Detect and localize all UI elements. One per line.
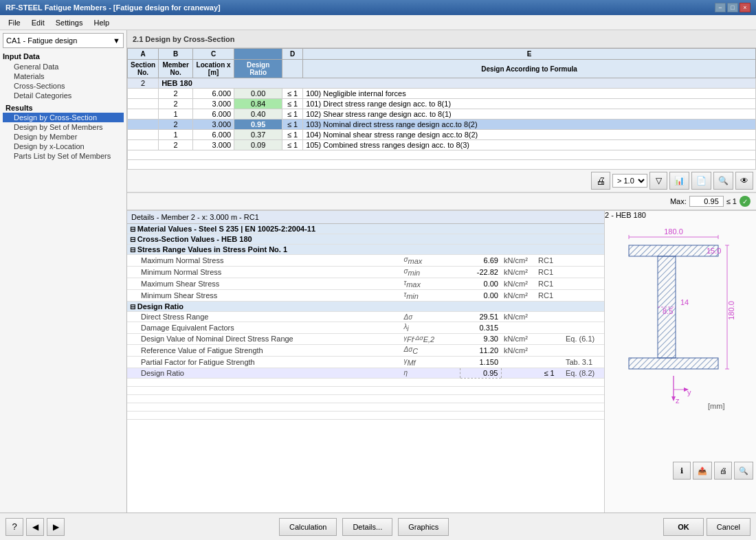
cs-print-button[interactable]: 🖨 — [714, 462, 732, 480]
stress-range-section-row[interactable]: Stress Range Values in Stress Point No. … — [127, 245, 604, 255]
cell-section — [128, 99, 159, 109]
case-dropdown[interactable]: CA1 - Fatigue design ▼ — [3, 33, 124, 48]
cs-zoom-button[interactable]: 🔍 — [734, 462, 753, 480]
maximize-button[interactable]: □ — [727, 3, 738, 12]
min-shear-formula — [563, 290, 604, 302]
col-d-header: D — [282, 49, 303, 60]
menu-edit[interactable]: Edit — [26, 17, 50, 28]
cell-member: 1 — [159, 130, 193, 140]
sidebar-item-general-data[interactable]: General Data — [3, 62, 124, 71]
table-row[interactable]: 2 3.000 0.84 ≤ 1 101) Direct stress rang… — [128, 99, 756, 109]
cell-leq: ≤ 1 — [282, 130, 303, 140]
cs-info-button[interactable]: ℹ — [673, 462, 691, 480]
detail-row-damage-factors: Damage Equivalent Factors λi 0.315 — [127, 322, 604, 334]
direct-stress-formula — [563, 312, 604, 322]
input-section-header: Input Data — [3, 52, 124, 60]
direct-stress-value: 29.51 — [460, 312, 501, 322]
nominal-stress-value: 9.30 — [460, 334, 501, 345]
menu-help[interactable]: Help — [88, 17, 115, 28]
sidebar-item-parts-list[interactable]: Parts List by Set of Members — [3, 151, 124, 161]
cell-location: 3.000 — [193, 140, 234, 150]
design-ratio-label: Design Ratio — [127, 368, 401, 378]
graphics-button[interactable]: Graphics — [398, 518, 449, 536]
print-table-button[interactable]: 🖨 — [591, 172, 610, 190]
sidebar-item-materials[interactable]: Materials — [3, 71, 124, 81]
settings-view-button[interactable]: 👁 — [735, 172, 753, 190]
col-section-no-header: Section No. — [128, 60, 159, 78]
calculation-button[interactable]: Calculation — [279, 518, 337, 536]
detail-row-min-shear: Minimum Shear Stress τmin 0.00 kN/cm² RC… — [127, 290, 604, 302]
max-label: Max: — [670, 197, 687, 205]
export-word-button[interactable]: 📄 — [691, 172, 711, 190]
design-ratio-section-row[interactable]: Design Ratio — [127, 302, 604, 312]
export-excel-button[interactable]: 📊 — [669, 172, 689, 190]
details-button[interactable]: Details... — [342, 518, 392, 536]
cs-export-button[interactable]: 📤 — [693, 462, 712, 480]
col-header-row: A B C D E — [128, 49, 756, 60]
close-button[interactable]: × — [740, 3, 751, 12]
status-ok-icon — [740, 196, 751, 207]
cancel-button[interactable]: Cancel — [707, 518, 751, 536]
cell-leq: ≤ 1 — [282, 109, 303, 120]
empty-row — [127, 378, 604, 386]
table-row[interactable]: 2 3.000 0.09 ≤ 1 105) Combined stress ra… — [128, 140, 756, 150]
cell-location: 3.000 — [193, 120, 234, 130]
max-row: Max: 0.95 ≤ 1 — [127, 192, 756, 210]
svg-text:[mm]: [mm] — [708, 402, 724, 410]
threshold-select[interactable]: > 1.0 All — [612, 174, 647, 188]
help-button[interactable]: ? — [5, 518, 23, 536]
partial-factor-unit — [501, 356, 535, 368]
max-shear-value: 0.00 — [460, 278, 501, 290]
max-normal-ref: RC1 — [535, 255, 563, 267]
cell-leq: ≤ 1 — [282, 89, 303, 99]
back-button[interactable]: ◀ — [26, 518, 44, 536]
sidebar-item-design-by-cross-section[interactable]: Design by Cross-Section — [3, 113, 124, 122]
partial-factor-symbol: γMf — [401, 356, 460, 368]
content-area: 2.1 Design by Cross-Section A B C D E Se… — [127, 30, 756, 513]
table-section-header-row: 2 HEB 180 — [128, 78, 756, 89]
table-row[interactable]: 1 6.000 0.37 ≤ 1 104) Nominal shear stre… — [128, 130, 756, 140]
ref-fatigue-unit: kN/cm² — [501, 344, 535, 356]
table-row[interactable]: 1 6.000 0.40 ≤ 1 102) Shear stress range… — [128, 109, 756, 120]
min-shear-symbol: τmin — [401, 290, 460, 302]
max-normal-unit: kN/cm² — [501, 255, 535, 267]
section-no-cell: 2 — [128, 78, 159, 89]
cross-section-svg: 180.0 180.0 14 15.0 — [619, 225, 742, 417]
damage-factors-value: 0.315 — [460, 322, 501, 334]
cross-section-title: 2 - HEB 180 — [605, 211, 756, 219]
details-header: Details - Member 2 - x: 3.000 m - RC1 — [127, 211, 604, 224]
max-normal-formula — [563, 255, 604, 267]
min-shear-unit: kN/cm² — [501, 290, 535, 302]
menu-file[interactable]: File — [3, 17, 26, 28]
design-ratio-symbol: η — [401, 368, 460, 378]
damage-factors-ref — [535, 322, 563, 334]
cell-section — [128, 130, 159, 140]
forward-button[interactable]: ▶ — [47, 518, 65, 536]
partial-factor-formula: Tab. 3.1 — [563, 356, 604, 368]
cross-section-values-row[interactable]: Cross-Section Values - HEB 180 — [127, 234, 604, 245]
ok-button[interactable]: OK — [663, 518, 704, 536]
sidebar-item-cross-sections[interactable]: Cross-Sections — [3, 81, 124, 91]
table-row[interactable]: 2 6.000 0.00 ≤ 1 100) Negligible interna… — [128, 89, 756, 99]
ref-fatigue-label: Reference Value of Fatigue Strength — [127, 344, 401, 356]
design-ratio-section-label: Design Ratio — [127, 302, 604, 312]
material-section-row[interactable]: Material Values - Steel S 235 | EN 10025… — [127, 224, 604, 234]
ref-fatigue-formula — [563, 344, 604, 356]
svg-rect-2 — [629, 358, 718, 369]
menu-settings[interactable]: Settings — [50, 17, 89, 28]
sidebar-item-design-by-x[interactable]: Design by x-Location — [3, 142, 124, 151]
svg-text:180.0: 180.0 — [664, 227, 683, 236]
detail-row-design-ratio: Design Ratio η 0.95 ≤ 1 Eq. (8.2) — [127, 368, 604, 378]
sidebar-item-design-by-member[interactable]: Design by Member — [3, 132, 124, 142]
sidebar-item-design-by-set[interactable]: Design by Set of Members — [3, 122, 124, 132]
zoom-button[interactable]: 🔍 — [713, 172, 733, 190]
detail-row-max-shear: Maximum Shear Stress τmax 0.00 kN/cm² RC… — [127, 278, 604, 290]
table-area: A B C D E Section No. Member No. Locatio… — [127, 48, 756, 210]
minimize-button[interactable]: − — [715, 3, 726, 12]
cell-member: 2 — [159, 99, 193, 109]
sidebar-item-detail-categories[interactable]: Detail Categories — [3, 91, 124, 100]
content-header: 2.1 Design by Cross-Section — [127, 30, 756, 48]
cell-formula: 102) Shear stress range design acc. to 8… — [303, 109, 756, 120]
filter-button[interactable]: ▽ — [649, 172, 667, 190]
table-row-highlighted[interactable]: 2 3.000 0.95 ≤ 1 103) Nominal direct str… — [128, 120, 756, 130]
